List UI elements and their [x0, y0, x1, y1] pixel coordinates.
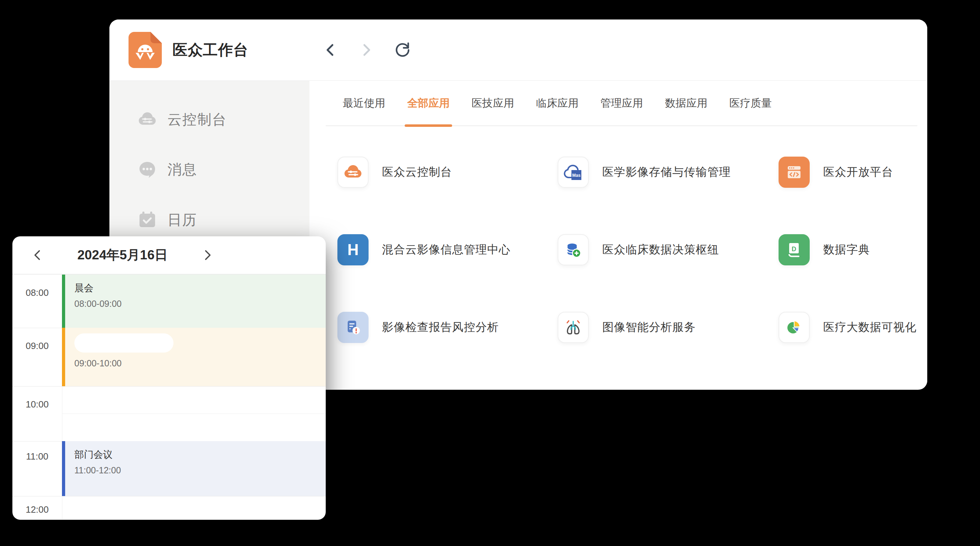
tab-recent[interactable]: 最近使用: [343, 81, 385, 125]
browser-nav: [320, 19, 412, 80]
chevron-left-icon: [323, 42, 337, 58]
nav-back-button[interactable]: [320, 40, 340, 60]
window-header: 医众工作台: [110, 19, 927, 81]
redacted-title-pill: [74, 334, 173, 353]
app-image-storage[interactable]: Mas 医学影像存储与传输管理: [558, 156, 778, 188]
refresh-icon: [394, 41, 411, 59]
tab-medtech-apps[interactable]: 医技应用: [472, 81, 514, 125]
d-badge: D: [792, 246, 796, 252]
lungs-icon: [558, 312, 589, 343]
app-hybrid-cloud-center[interactable]: H 混合云影像信息管理中心: [337, 234, 558, 265]
app-label: 医学影像存储与传输管理: [602, 164, 731, 180]
sidebar-item-label: 日历: [167, 210, 197, 230]
event-time: 09:00-10:00: [74, 358, 326, 369]
app-open-platform[interactable]: 医众开放平台: [778, 156, 916, 188]
app-image-ai-analysis[interactable]: 图像智能分析服务: [558, 312, 778, 343]
calendar-check-icon: [137, 209, 158, 230]
time-label: 11:00: [13, 451, 62, 462]
chevron-right-icon: [202, 248, 213, 262]
sidebar-item-cloud-console[interactable]: 云控制台: [110, 101, 309, 138]
nav-refresh-button[interactable]: [393, 40, 412, 60]
event-title: 晨会: [74, 282, 326, 294]
app-label: 医疗大数据可视化: [823, 319, 916, 335]
tabs-bar: 最近使用 全部应用 医技应用 临床应用 管理应用 数据应用 医疗质量: [326, 81, 917, 126]
calendar-day-grid: 08:00 09:00 10:00 11:00 12:00 晨会 08:00-0…: [13, 275, 326, 519]
sidebar-item-calendar[interactable]: 日历: [110, 201, 309, 238]
message-bubble-icon: [137, 159, 158, 180]
hour-gridline: [13, 496, 326, 497]
blue-h-icon: H: [337, 234, 369, 265]
app-label: 医众临床数据决策枢纽: [602, 242, 719, 258]
sidebar-item-label: 云控制台: [167, 110, 227, 129]
orange-cloud-sliders-icon: [337, 156, 369, 188]
event-morning-meeting[interactable]: 晨会 08:00-09:00: [62, 275, 326, 328]
calendar-prev-day-button[interactable]: [28, 246, 46, 264]
time-label: 12:00: [13, 504, 62, 515]
sidebar-item-label: 消息: [167, 160, 197, 179]
app-label: 数据字典: [823, 242, 870, 258]
orange-code-window-icon: [778, 156, 810, 188]
app-logo-icon: [129, 32, 162, 68]
nav-forward-button[interactable]: [356, 40, 376, 60]
report-alert-icon: [337, 312, 369, 343]
half-hour-gridline: [62, 413, 326, 414]
h-badge: H: [347, 241, 359, 258]
app-cloud-console[interactable]: 医众云控制台: [337, 156, 558, 188]
app-label: 医众开放平台: [823, 164, 893, 180]
calendar-panel: 2024年5月16日 08:00 09:00 10:00 11:00 12:00…: [13, 236, 326, 520]
cloud-icon: [137, 109, 158, 130]
mas-badge: Mas: [572, 173, 581, 178]
chevron-left-icon: [32, 248, 43, 262]
sidebar-item-messages[interactable]: 消息: [110, 151, 309, 188]
tab-all-apps[interactable]: 全部应用: [407, 81, 450, 125]
desktop-background: 医众工作台: [0, 0, 980, 546]
tab-data-apps[interactable]: 数据应用: [665, 81, 707, 125]
tab-quality[interactable]: 医疗质量: [729, 81, 772, 125]
app-title: 医众工作台: [172, 40, 248, 60]
app-label: 影像检查报告风控分析: [382, 319, 499, 335]
app-label: 混合云影像信息管理中心: [382, 242, 511, 258]
green-dictionary-icon: D: [778, 234, 810, 265]
calendar-next-day-button[interactable]: [199, 246, 217, 264]
database-plus-icon: [558, 234, 589, 265]
event-title: 部门会议: [74, 448, 326, 461]
event-time: 11:00-12:00: [74, 465, 326, 476]
pie-chart-icon: [778, 312, 810, 343]
time-label: 09:00: [13, 340, 62, 351]
event-time: 08:00-09:00: [74, 299, 326, 309]
event-redacted[interactable]: 09:00-10:00: [62, 328, 326, 386]
hour-gridline: [13, 386, 326, 386]
app-label: 图像智能分析服务: [602, 319, 696, 335]
tab-clinical-apps[interactable]: 临床应用: [536, 81, 579, 125]
app-report-risk-analysis[interactable]: 影像检查报告风控分析: [337, 312, 558, 343]
app-bigdata-visualization[interactable]: 医疗大数据可视化: [778, 312, 916, 343]
chevron-right-icon: [360, 42, 374, 58]
app-label: 医众云控制台: [382, 164, 452, 180]
calendar-header: 2024年5月16日: [13, 236, 326, 275]
calendar-date: 2024年5月16日: [46, 246, 199, 264]
event-department-meeting[interactable]: 部门会议 11:00-12:00: [62, 441, 326, 496]
blue-cloud-mas-icon: Mas: [558, 156, 589, 188]
apps-grid: 医众云控制台 Mas 医学影像存储与传输管理: [337, 156, 916, 343]
time-label: 08:00: [13, 287, 62, 299]
tab-admin-apps[interactable]: 管理应用: [600, 81, 643, 125]
app-clinical-data-hub[interactable]: 医众临床数据决策枢纽: [558, 234, 778, 265]
apps-content: 最近使用 全部应用 医技应用 临床应用 管理应用 数据应用 医疗质量: [309, 81, 927, 390]
time-label: 10:00: [13, 399, 62, 410]
app-data-dictionary[interactable]: D 数据字典: [778, 234, 916, 265]
